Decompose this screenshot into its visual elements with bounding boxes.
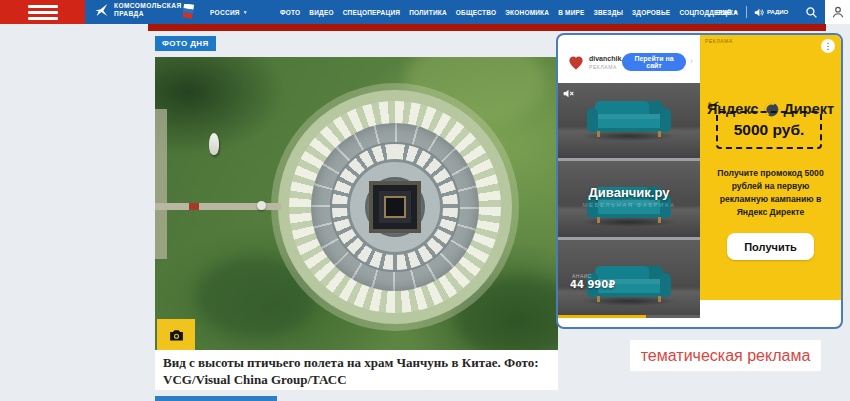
photo-caption: Вид с высоты птичьего полета на храм Чан… [155,350,558,390]
yandex-direct-ad: РЕКЛАМА ⋮ Яндекс Директ ✂ 5000 руб. Полу… [700,35,841,300]
airplane-icon [94,2,110,18]
nav-item[interactable]: ЗВЕЗДЫ [594,9,623,16]
nav-item[interactable]: ЗДОРОВЬЕ [632,9,670,16]
radio-button[interactable]: РАДИО [753,0,788,24]
brand-line2: ПРАВДА [114,10,182,18]
temple-pagoda [369,181,421,233]
hamburger-menu-icon[interactable] [0,0,85,24]
topbar-divider [746,6,747,18]
divanchik-video-ad: divanchik.ru РЕКЛАМА Перейти на сайт › Д [558,35,700,327]
divanchik-heart-logo-icon [566,52,586,72]
more-label: ЕЩЁ [716,9,731,16]
nav-item[interactable]: ПОЛИТИКА [409,9,447,16]
speaker-icon [753,7,764,18]
photo-of-day-badge[interactable]: ФОТО ДНЯ [155,36,216,51]
ad-panel: divanchik.ru РЕКЛАМА Перейти на сайт › Д [556,33,843,329]
ad-brand-overlay: Диванчик.ру [558,185,700,200]
nav-item[interactable]: В МИРЕ [558,9,584,16]
ad-options-button[interactable]: ⋮ [821,39,835,53]
main-nav: ФОТОВИДЕОСПЕЦОПЕРАЦИЯПОЛИТИКАОБЩЕСТВОЭКО… [280,0,740,24]
sofa-illustration [587,101,671,137]
kp-mascot-icon [183,4,194,20]
camera-icon [168,327,185,344]
muted-speaker-icon[interactable] [562,87,575,100]
nav-item[interactable]: ВИДЕО [309,9,333,16]
nav-item[interactable]: ЭКОНОМИКА [505,9,549,16]
ad-brand-subtitle: МЕБЕЛЬНАЯ ФАБРИКА [558,202,700,208]
nav-item-more[interactable]: ЕЩЁ ▼ [716,0,738,24]
kp-logo[interactable]: КОМСОМОЛЬСКАЯ ПРАВДА [94,2,182,18]
pier-red-segment [189,203,199,210]
chevron-down-icon: ▼ [733,9,738,15]
region-selector[interactable]: РОССИЯ ▼ [210,0,248,24]
ad-disclaimer: РЕКЛАМА [705,38,733,44]
video-frame: Диванчик.ру МЕБЕЛЬНАЯ ФАБРИКА [558,158,700,237]
brand-line1: КОМСОМОЛЬСКАЯ [114,2,182,10]
account-button[interactable] [825,0,850,24]
radio-label: РАДИО [767,9,788,15]
thematic-ad-annotation: тематическая реклама [630,340,821,371]
pier-gazebo [257,201,266,210]
search-icon [805,6,818,19]
top-navigation-bar: КОМСОМОЛЬСКАЯ ПРАВДА РОССИЯ ▼ ФОТОВИДЕОС… [0,0,850,24]
region-label: РОССИЯ [210,9,240,16]
nav-item[interactable]: ОБЩЕСТВО [456,9,496,16]
nav-item[interactable]: СПЕЦОПЕРАЦИЯ [343,9,400,16]
coupon-box: 5000 руб. [716,111,822,149]
ad-disclaimer: РЕКЛАМА [589,64,617,70]
section-divider-bar [155,396,277,401]
ad-body-text: Получите промокод 5000 рублей на первую … [708,167,833,219]
goto-site-button[interactable]: Перейти на сайт [622,53,686,71]
video-frame [558,83,700,158]
red-accent-strip [148,24,826,31]
video-frame: АНАИС 44 990₽ [558,237,700,318]
video-progress-bar[interactable] [558,315,700,318]
shore-road [155,109,167,259]
get-promocode-button[interactable]: Получить [727,233,814,260]
ad-video-player[interactable]: Диванчик.ру МЕБЕЛЬНАЯ ФАБРИКА АНАИС 44 9… [558,83,700,318]
photo-of-day-image[interactable] [155,57,558,350]
sofa-price: 44 990₽ [570,279,615,290]
nav-item[interactable]: ФОТО [280,9,300,16]
ad-header: divanchik.ru РЕКЛАМА Перейти на сайт › [558,47,700,83]
person-icon [831,5,845,19]
chevron-down-icon: ▼ [243,9,248,15]
causeway-pier [155,203,281,210]
chevron-right-icon: › [690,56,693,66]
white-statue [209,133,219,155]
search-button[interactable] [798,0,824,24]
photo-credit-button[interactable] [157,319,195,351]
